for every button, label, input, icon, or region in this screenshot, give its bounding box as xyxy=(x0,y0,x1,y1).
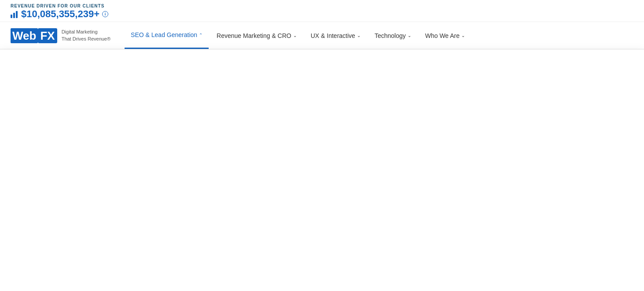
revenue-amount: $10,085,355,239+ i xyxy=(11,8,633,20)
chevron-up-icon: ⌃ xyxy=(199,33,202,37)
tagline-line2: That Drives Revenue® xyxy=(62,36,110,41)
tagline-line1: Digital Marketing xyxy=(62,29,98,34)
logo-web: Web xyxy=(11,28,38,43)
nav-label-seo: SEO & Lead Generation xyxy=(131,31,197,38)
top-bar: REVENUE DRIVEN FOR OUR CLIENTS $10,085,3… xyxy=(0,0,644,22)
revenue-value: $10,085,355,239+ xyxy=(21,8,99,20)
logo[interactable]: WebFX Digital Marketing That Drives Reve… xyxy=(11,29,110,42)
nav-label-ux: UX & Interactive xyxy=(311,32,355,39)
nav-label-technology: Technology xyxy=(375,32,406,39)
nav-label-revenue: Revenue Marketing & CRO xyxy=(217,32,291,39)
nav-label-who: Who We Are xyxy=(425,32,460,39)
navbar: WebFX Digital Marketing That Drives Reve… xyxy=(0,22,644,49)
info-icon[interactable]: i xyxy=(102,11,108,17)
nav-item-ux[interactable]: UX & Interactive ⌄ xyxy=(305,22,367,49)
bar-chart-icon xyxy=(11,10,18,18)
nav-items: SEO & Lead Generation ⌃ Revenue Marketin… xyxy=(125,22,471,49)
logo-tagline: Digital Marketing That Drives Revenue® xyxy=(62,29,110,42)
revenue-label: REVENUE DRIVEN FOR OUR CLIENTS xyxy=(11,4,633,8)
nav-item-seo[interactable]: SEO & Lead Generation ⌃ xyxy=(125,22,209,49)
chevron-down-icon-who: ⌄ xyxy=(461,33,465,38)
nav-item-who[interactable]: Who We Are ⌄ xyxy=(419,22,471,49)
chevron-down-icon-technology: ⌄ xyxy=(408,33,411,38)
nav-item-technology[interactable]: Technology ⌄ xyxy=(368,22,417,49)
nav-item-revenue[interactable]: Revenue Marketing & CRO ⌄ xyxy=(210,22,303,49)
chevron-down-icon-revenue: ⌄ xyxy=(293,33,297,38)
logo-text: WebFX xyxy=(11,30,57,41)
logo-fx: FX xyxy=(38,28,57,43)
chevron-down-icon-ux: ⌄ xyxy=(357,33,361,38)
